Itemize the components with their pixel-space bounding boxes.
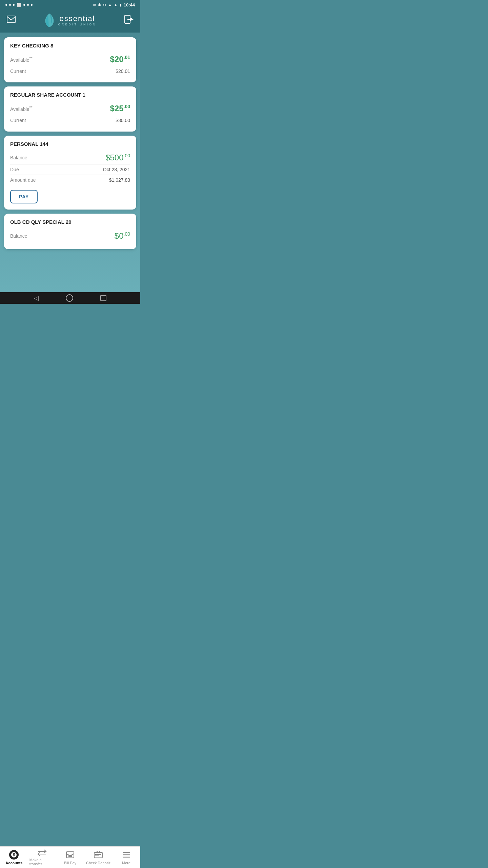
account-row-due: Due Oct 28, 2021 [10,164,130,175]
camera-icon: ⬜ [17,3,21,7]
account-row-amount-due: Amount due $1,027.83 [10,175,130,185]
pay-button[interactable]: PAY [10,190,38,203]
signal-dot-6 [31,4,33,6]
available-value: $20.01 [110,55,130,63]
signal-dot-3 [13,4,15,6]
account-row-available: Available** $20.01 [10,53,130,66]
status-bar: ⬜ ⊕ ✱ ⊖ ▲ ▲ ▮ 10:44 [0,0,140,9]
account-card-olb-cd[interactable]: OLB CD QLY SPECIAL 20 Balance $0.00 [4,214,136,249]
logo: essential CREDIT UNION [43,13,97,28]
recents-button[interactable] [100,295,106,301]
wifi-icon: ▲ [108,3,112,7]
current-label-share: Current [10,118,26,123]
home-button[interactable] [66,294,73,302]
account-name-olb-cd: OLB CD QLY SPECIAL 20 [10,219,130,225]
balance-label-olb: Balance [10,233,27,239]
app-header: essential CREDIT UNION [0,9,140,33]
current-value: $20.01 [116,68,130,74]
balance-value-olb: $0.00 [115,231,130,241]
amount-due-value: $1,027.83 [109,177,130,183]
account-name-personal: PERSONAL 144 [10,141,130,147]
balance-value-personal: $500.00 [105,153,130,162]
account-card-regular-share[interactable]: REGULAR SHARE ACCOUNT 1 Available** $25.… [4,86,136,132]
current-value-share: $30.00 [116,118,130,123]
available-label-share: Available** [10,105,33,112]
signal-dot-1 [5,4,7,6]
current-label: Current [10,68,26,74]
account-name-regular-share: REGULAR SHARE ACCOUNT 1 [10,92,130,98]
logout-button[interactable] [124,15,134,26]
available-value-share: $25.00 [110,104,130,113]
account-row-balance-olb: Balance $0.00 [10,229,130,243]
status-right: ⊕ ✱ ⊖ ▲ ▲ ▮ 10:44 [93,2,135,7]
bluetooth-icon: ✱ [98,3,101,7]
logo-name: essential [58,15,97,23]
logo-leaf-icon [43,13,56,28]
account-row-current-share: Current $30.00 [10,115,130,125]
due-value: Oct 28, 2021 [103,167,130,172]
due-label: Due [10,167,19,172]
account-row-available-share: Available** $25.00 [10,102,130,115]
account-row-balance-personal: Balance $500.00 [10,151,130,164]
main-content: KEY CHECKING 8 Available** $20.01 Curren… [0,33,140,292]
signal-dot-2 [9,4,11,6]
account-row-current: Current $20.01 [10,66,130,76]
account-card-personal[interactable]: PERSONAL 144 Balance $500.00 Due Oct 28,… [4,136,136,210]
signal-icon: ▲ [114,3,118,7]
balance-label-personal: Balance [10,155,27,160]
back-button[interactable]: ◁ [34,294,39,302]
status-left: ⬜ [5,3,33,7]
account-name-key-checking: KEY CHECKING 8 [10,43,130,48]
amount-due-label: Amount due [10,177,36,183]
battery-icon: ▮ [120,3,122,7]
svg-rect-0 [7,16,15,23]
account-card-key-checking[interactable]: KEY CHECKING 8 Available** $20.01 Curren… [4,37,136,82]
status-time: 10:44 [124,2,135,7]
signal-dot-4 [23,4,25,6]
available-label: Available** [10,56,33,63]
logo-sub: CREDIT UNION [58,23,97,26]
circle-plus-icon: ⊕ [93,3,96,7]
home-indicator-bar: ◁ [0,292,140,304]
minus-circle-icon: ⊖ [103,3,106,7]
signal-dot-5 [27,4,29,6]
mail-button[interactable] [7,16,16,25]
logo-text: essential CREDIT UNION [58,15,97,26]
